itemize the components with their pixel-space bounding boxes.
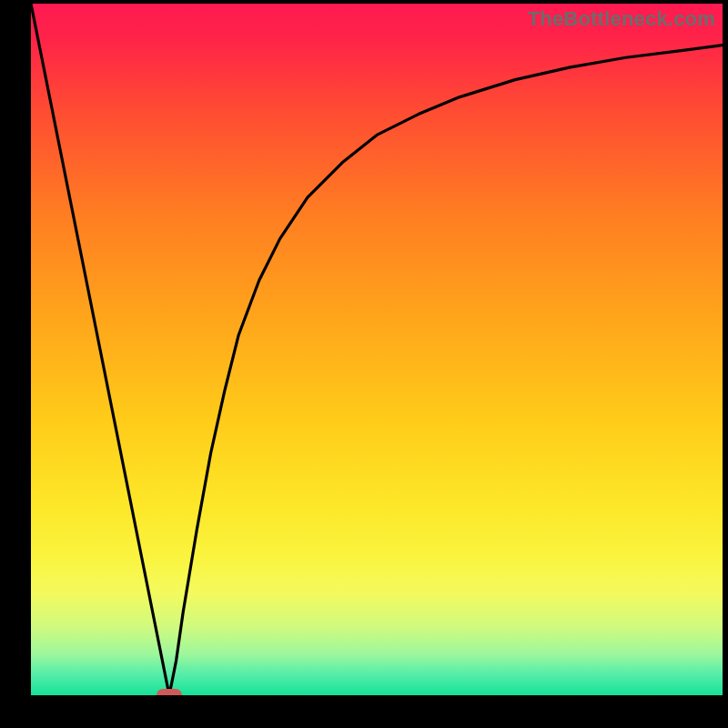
watermark-text: TheBottleneck.com <box>528 7 715 31</box>
curve-layer <box>31 4 723 695</box>
plot-area: TheBottleneck.com <box>31 4 723 695</box>
bottleneck-curve <box>31 4 723 695</box>
chart-container: TheBottleneck.com <box>0 0 728 728</box>
optimum-marker <box>157 689 182 695</box>
